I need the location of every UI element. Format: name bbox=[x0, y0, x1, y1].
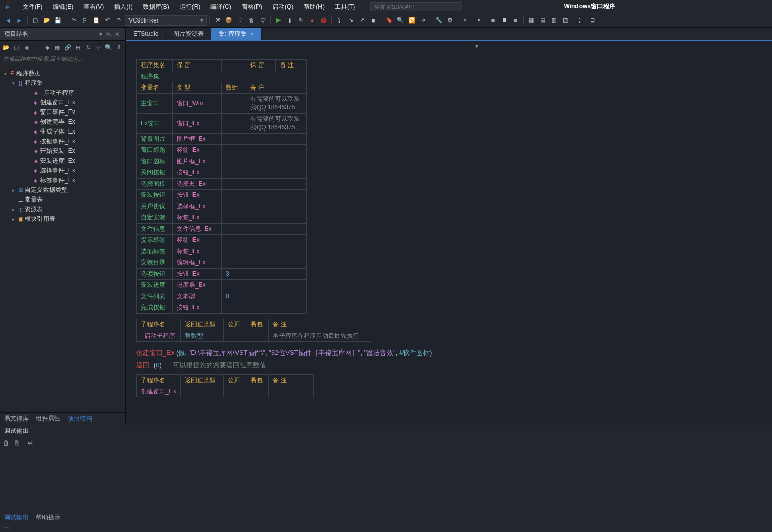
tree-sub-item[interactable]: ◈按钮事件_Ex bbox=[0, 137, 125, 146]
var-row[interactable]: 提示标签标签_Ex bbox=[137, 235, 307, 246]
outdent-icon[interactable]: ⇤ bbox=[461, 15, 471, 26]
shield-icon[interactable]: 🛡 bbox=[258, 15, 268, 26]
menu-help[interactable]: 帮助(H) bbox=[298, 0, 330, 13]
debug-icon[interactable]: 🐞 bbox=[318, 15, 329, 26]
undo-icon[interactable]: ↶ bbox=[102, 15, 113, 26]
tab-close-icon[interactable]: ✕ bbox=[250, 31, 254, 37]
layout1-icon[interactable]: ▦ bbox=[526, 15, 537, 26]
collapse-icon[interactable]: ⊟ bbox=[587, 15, 597, 26]
find-icon[interactable]: 🔍 bbox=[395, 15, 405, 26]
var-row[interactable]: 自定安装标签_Ex bbox=[137, 212, 307, 224]
var-row[interactable]: 安装按钮按钮_Ex bbox=[137, 190, 307, 201]
tree-module[interactable]: ▸▣ 模块引用表 bbox=[0, 214, 125, 224]
bookmark-icon[interactable]: 🔖 bbox=[384, 15, 394, 26]
panel-pin-icon[interactable]: ⇱ bbox=[105, 31, 113, 38]
tree-sub-item[interactable]: ◈创建完毕_Ex bbox=[0, 117, 125, 127]
run-icon[interactable]: ▶ bbox=[273, 15, 284, 26]
new-icon[interactable]: ▢ bbox=[30, 15, 40, 26]
tree-const[interactable]: ☰ 常量表 bbox=[0, 195, 125, 205]
var-row[interactable]: Ex窗口窗口_Ex有需要的可以联系我QQ:18645375、 bbox=[137, 114, 307, 134]
var-row[interactable]: 文件列表文本型0 bbox=[137, 291, 307, 302]
folder-open-icon[interactable]: 📂 bbox=[2, 43, 10, 52]
panel-menu-icon[interactable]: ▾ bbox=[97, 31, 105, 38]
tree-root[interactable]: ▾E 程序数据 bbox=[0, 69, 125, 78]
goto-icon[interactable]: ➜ bbox=[418, 15, 428, 26]
link-icon[interactable]: 🔗 bbox=[63, 43, 72, 52]
wrench-icon[interactable]: 🔧 bbox=[434, 15, 444, 26]
tree-sub-item[interactable]: ◈标签事件_Ex bbox=[0, 175, 125, 185]
copy-output-icon[interactable]: ⎘ bbox=[15, 439, 24, 447]
menu-edit[interactable]: 编辑(E) bbox=[48, 0, 78, 13]
menu-run[interactable]: 运行(R) bbox=[175, 0, 206, 13]
layout2-icon[interactable]: ▤ bbox=[538, 15, 548, 26]
cut-icon[interactable]: ✂ bbox=[69, 15, 79, 26]
layout4-icon[interactable]: ▧ bbox=[560, 15, 570, 26]
deploy-icon[interactable]: ⇪ bbox=[235, 15, 245, 26]
var-row[interactable]: 选择面板选择夹_Ex bbox=[137, 179, 307, 190]
editor-body[interactable]: 程序集名 保 留 保 留 备 注 程序集 变量名 类 型 数组 备 注 主窗口窗… bbox=[126, 52, 772, 425]
forward-icon[interactable]: ► bbox=[14, 15, 25, 26]
menu-insert[interactable]: 插入(I) bbox=[109, 0, 137, 13]
save-icon[interactable]: 💾 bbox=[53, 15, 63, 26]
menu-tools[interactable]: 工具(T) bbox=[330, 0, 360, 13]
tree-sub-item[interactable]: ◈_启动子程序 bbox=[0, 88, 125, 98]
cube-icon[interactable]: ◆ bbox=[43, 43, 51, 52]
tree-sub-item[interactable]: ◈生成字体_Ex bbox=[0, 127, 125, 137]
menu-database[interactable]: 数据库(B) bbox=[138, 0, 175, 13]
var-row[interactable]: 安装进度进度条_Ex bbox=[137, 280, 307, 291]
panel-close-icon[interactable]: ✕ bbox=[113, 31, 121, 38]
module-icon[interactable]: ▣ bbox=[23, 43, 31, 52]
redo-icon[interactable]: ↷ bbox=[114, 15, 124, 26]
var-row[interactable]: 窗口标题标签_Ex bbox=[137, 145, 307, 156]
var-row[interactable]: 安装目录编辑框_Ex bbox=[137, 257, 307, 269]
var-row[interactable]: 窗口图标图片框_Ex bbox=[137, 156, 307, 167]
pause-icon[interactable]: ⏸ bbox=[285, 15, 295, 26]
tree-sub-item[interactable]: ◈选择事件_Ex bbox=[0, 166, 125, 175]
paste-icon[interactable]: 📋 bbox=[91, 15, 101, 26]
align-center-icon[interactable]: ≣ bbox=[499, 15, 509, 26]
var-row[interactable]: 用户协议选择框_Ex bbox=[137, 201, 307, 212]
import-icon[interactable]: ⇩ bbox=[115, 43, 123, 52]
menu-launch[interactable]: 启动(Q) bbox=[267, 0, 298, 13]
back-icon[interactable]: ◄ bbox=[3, 15, 13, 26]
search-icon[interactable]: 🔍 bbox=[104, 43, 113, 52]
menu-file[interactable]: 文件(F) bbox=[17, 0, 48, 13]
restart-icon[interactable]: ↻ bbox=[296, 15, 306, 26]
menu-pane[interactable]: 窗格(P) bbox=[237, 0, 267, 13]
var-row[interactable]: 完成按钮按钮_Ex bbox=[137, 302, 307, 314]
tree-icon[interactable]: ⊞ bbox=[74, 43, 82, 52]
tab-component-props[interactable]: 组件属性 bbox=[36, 414, 60, 423]
tab-image-res[interactable]: 图片资源表 bbox=[166, 28, 211, 40]
copy-icon[interactable]: ⎘ bbox=[80, 15, 90, 26]
tree-custom-type[interactable]: ▸⊞ 自定义数据类型 bbox=[0, 185, 125, 195]
build-icon[interactable]: ⚒ bbox=[212, 15, 223, 26]
menu-view[interactable]: 查看(V) bbox=[78, 0, 109, 13]
replace-icon[interactable]: 🔁 bbox=[406, 15, 417, 26]
tab-etstudio[interactable]: ETStudio bbox=[126, 28, 166, 40]
layout3-icon[interactable]: ▥ bbox=[549, 15, 559, 26]
tab-project-structure[interactable]: 项目结构 bbox=[68, 414, 92, 423]
tree-assembly[interactable]: ▾{} 程序集 bbox=[0, 78, 125, 88]
open-icon[interactable]: 📂 bbox=[41, 15, 52, 26]
linker-combo[interactable]: VC98linker bbox=[125, 15, 207, 26]
tree-sub-item[interactable]: ◈创建窗口_Ex bbox=[0, 98, 125, 107]
tree-search-input[interactable] bbox=[3, 56, 122, 62]
clean-icon[interactable]: 🗑 bbox=[246, 15, 256, 26]
tree-res[interactable]: ▸◫ 资源表 bbox=[0, 205, 125, 214]
code-line-2[interactable]: 返回 (0) ' 可以根据您的需要返回任意数值 bbox=[136, 359, 762, 371]
msdn-search-input[interactable] bbox=[370, 2, 462, 11]
expand-gutter-icon[interactable]: + bbox=[128, 387, 132, 394]
align-left-icon[interactable]: ≡ bbox=[488, 15, 498, 26]
gear-icon[interactable]: ⚙ bbox=[445, 15, 455, 26]
var-row[interactable]: 背景图片图片框_Ex bbox=[137, 134, 307, 145]
indent-icon[interactable]: ⇥ bbox=[472, 15, 482, 26]
tab-debug-output[interactable]: 调试输出 bbox=[4, 513, 29, 522]
stop-icon[interactable]: ■ bbox=[368, 15, 378, 26]
wrap-output-icon[interactable]: ↩ bbox=[28, 439, 36, 447]
new-file-icon[interactable]: ▢ bbox=[12, 43, 20, 52]
align-right-icon[interactable]: ≡ bbox=[510, 15, 521, 26]
clear-output-icon[interactable]: 🗑 bbox=[3, 439, 11, 447]
refresh-icon[interactable]: ↻ bbox=[84, 43, 92, 52]
var-row[interactable]: 主窗口窗口_Win有需要的可以联系我QQ:18645375、 bbox=[137, 94, 307, 114]
tab-support-lib[interactable]: 易支持库 bbox=[4, 414, 29, 423]
